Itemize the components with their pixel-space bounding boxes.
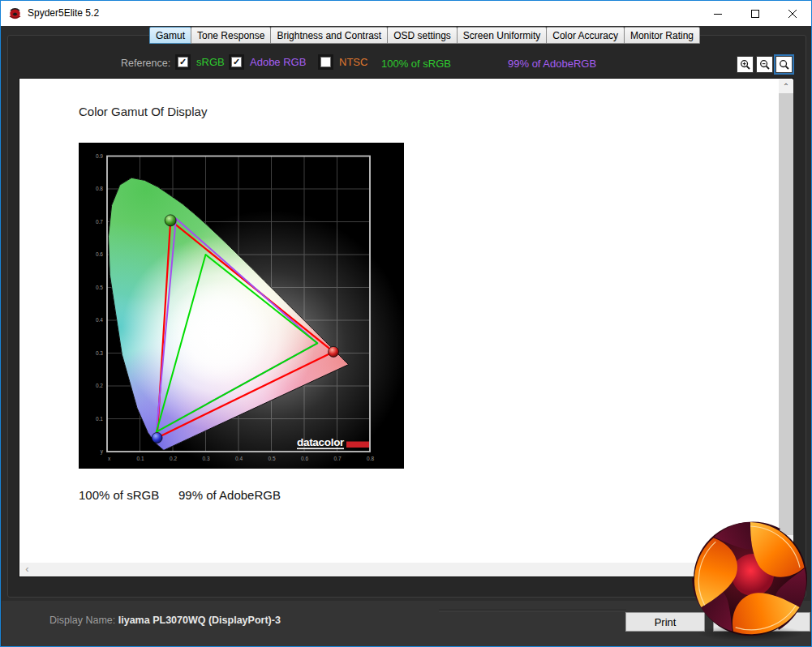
- tab-brightness-contrast[interactable]: Brightness and Contrast: [270, 27, 388, 44]
- adobe-coverage-top: 99% of AdobeRGB: [508, 58, 596, 70]
- srgb-coverage-top: 100% of sRGB: [381, 58, 451, 70]
- vertical-scrollbar[interactable]: ⌃ ⌄: [779, 79, 793, 563]
- ntsc-checkbox-mark: [320, 57, 331, 67]
- svg-text:0.1: 0.1: [137, 456, 144, 461]
- horizontal-scrollbar[interactable]: ‹: [20, 563, 779, 576]
- svg-text:0.5: 0.5: [96, 285, 103, 290]
- footer-bar: Display Name: Iiyama PL3070WQ (DisplayPo…: [2, 601, 810, 646]
- display-name-label: Display Name:: [49, 615, 115, 626]
- svg-text:0.4: 0.4: [96, 317, 103, 323]
- svg-text:0.5: 0.5: [269, 456, 276, 461]
- display-name-value: Iiyama PL3070WQ (DisplayPort)-3: [118, 615, 281, 626]
- checkbox-ntsc[interactable]: NTSC: [318, 54, 367, 70]
- zoom-reset-button[interactable]: [775, 56, 793, 73]
- cie-diagram: datacolor0.10.20.30.40.50.60.70.80.10.20…: [79, 143, 404, 469]
- page-title: Color Gamut Of Display: [79, 105, 207, 118]
- svg-text:0.7: 0.7: [334, 456, 342, 461]
- ntsc-checkbox-label: NTSC: [339, 56, 367, 68]
- tab-color-accuracy[interactable]: Color Accuracy: [546, 27, 625, 44]
- reference-label: Reference:: [121, 58, 170, 69]
- checkbox-well: ✓: [229, 54, 244, 70]
- app-icon: [8, 6, 22, 20]
- svg-text:0.3: 0.3: [96, 350, 103, 356]
- svg-text:0.8: 0.8: [367, 456, 374, 461]
- tab-osd-settings[interactable]: OSD settings: [387, 27, 458, 44]
- svg-text:0.6: 0.6: [301, 456, 308, 461]
- close-icon: [788, 9, 797, 19]
- gamut-chart: datacolor0.10.20.30.40.50.60.70.80.10.20…: [79, 143, 404, 469]
- checkbox-well: ✓: [175, 54, 191, 70]
- display-name-row: Display Name: Iiyama PL3070WQ (DisplayPo…: [49, 615, 281, 626]
- srgb-checkbox-label: sRGB: [196, 56, 225, 68]
- tab-tone-response[interactable]: Tone Response: [191, 27, 271, 44]
- checkbox-srgb[interactable]: ✓ sRGB: [175, 54, 225, 70]
- scroll-left-button[interactable]: ‹: [20, 563, 34, 576]
- svg-text:datacolor: datacolor: [297, 436, 345, 448]
- close-button[interactable]: [774, 1, 811, 26]
- checkbox-adobe-rgb[interactable]: ✓ Adobe RGB: [229, 54, 306, 70]
- svg-text:0.6: 0.6: [96, 251, 103, 257]
- adobe-checkbox-mark: ✓: [231, 57, 242, 67]
- zoom-out-button[interactable]: [756, 56, 773, 73]
- svg-text:0.3: 0.3: [203, 456, 210, 461]
- svg-text:0.2: 0.2: [170, 456, 177, 461]
- svg-text:0.2: 0.2: [96, 383, 103, 388]
- tab-bar: Gamut Tone Response Brightness and Contr…: [149, 27, 699, 44]
- tab-screen-uniformity[interactable]: Screen Uniformity: [457, 27, 547, 44]
- adobe-coverage-result: 99% of AdobeRGB: [178, 488, 281, 502]
- zoom-in-button[interactable]: [737, 56, 754, 73]
- svg-text:0.7: 0.7: [96, 219, 103, 225]
- adobe-checkbox-label: Adobe RGB: [250, 56, 306, 68]
- svg-text:0.8: 0.8: [96, 186, 103, 191]
- svg-text:x: x: [108, 456, 111, 461]
- window-title: Spyder5Elite 5.2: [28, 1, 99, 26]
- footer-divider: [439, 610, 626, 611]
- content-panel: Color Gamut Of Display: [19, 78, 793, 577]
- svg-text:0.4: 0.4: [235, 456, 243, 461]
- tab-monitor-rating[interactable]: Monitor Rating: [624, 27, 700, 44]
- srgb-checkbox-mark: ✓: [178, 57, 188, 67]
- zoom-button-group: [737, 56, 793, 73]
- maximize-icon: [750, 9, 760, 19]
- tab-gamut[interactable]: Gamut: [149, 27, 191, 44]
- srgb-coverage-result: 100% of sRGB: [79, 488, 159, 502]
- svg-text:y: y: [101, 448, 104, 455]
- scroll-down-button[interactable]: ⌄: [779, 549, 793, 563]
- obscured-button[interactable]: [713, 612, 810, 632]
- maximize-button[interactable]: [737, 1, 774, 26]
- zoom-out-icon: [759, 59, 771, 71]
- minimize-icon: [713, 9, 723, 19]
- checkbox-well: [318, 54, 333, 70]
- minimize-button[interactable]: [699, 1, 737, 26]
- print-button[interactable]: Print: [625, 612, 705, 632]
- app-window: Spyder5Elite 5.2 Gamut Tone Response Bri…: [0, 0, 812, 647]
- scroll-up-button[interactable]: ⌃: [779, 79, 793, 93]
- vertical-scroll-thumb[interactable]: [779, 93, 793, 535]
- svg-text:0.1: 0.1: [96, 416, 103, 422]
- zoom-in-icon: [740, 59, 751, 71]
- svg-text:0.9: 0.9: [96, 153, 103, 159]
- title-bar: Spyder5Elite 5.2: [1, 1, 811, 26]
- zoom-reset-icon: [779, 59, 790, 71]
